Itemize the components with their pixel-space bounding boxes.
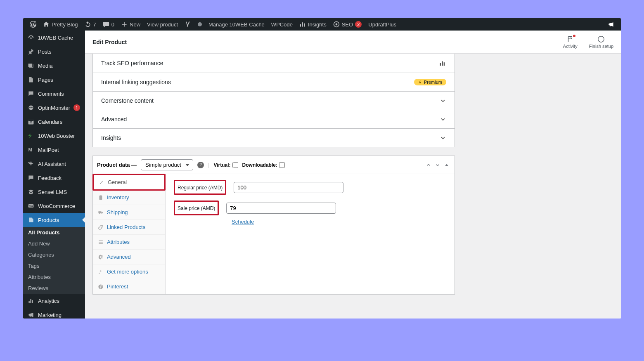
sidebar-item-label: Marketing	[38, 312, 62, 318]
sidebar-item-ai-assistant[interactable]: AI Assistant	[23, 157, 85, 171]
plus-icon	[121, 21, 128, 28]
clipboard-icon	[98, 195, 104, 201]
wrench-icon	[99, 179, 104, 185]
tab-shipping[interactable]: Shipping	[93, 205, 165, 220]
sidebar-item-optinmonster[interactable]: OptinMonster 1	[23, 101, 85, 115]
tab-advanced[interactable]: Advanced	[93, 250, 165, 264]
media-icon	[27, 62, 35, 69]
tab-linked-products[interactable]: Linked Products	[93, 220, 165, 235]
manage-cache-link[interactable]: Manage 10WEB Cache	[205, 18, 268, 31]
finish-setup-button[interactable]: Finish setup	[589, 35, 613, 49]
sidebar-sub-all-products[interactable]: All Products	[23, 227, 85, 238]
manage-cache-label: Manage 10WEB Cache	[208, 21, 265, 28]
updates-link[interactable]: 7	[81, 18, 99, 31]
view-product-link[interactable]: View product	[144, 18, 181, 31]
tab-inventory[interactable]: Inventory	[93, 190, 165, 205]
downloadable-checkbox-label[interactable]: Downloadable:	[242, 162, 285, 168]
sidebar-item-pages[interactable]: Pages	[23, 73, 85, 87]
svg-point-27	[102, 213, 102, 214]
svg-point-18	[598, 36, 604, 42]
sidebar-item-products[interactable]: Products	[23, 213, 85, 227]
product-data-title: Product data —	[97, 162, 137, 168]
regular-price-input[interactable]	[234, 182, 343, 193]
comments-link[interactable]: 0	[99, 18, 118, 31]
panel-toggle-icon[interactable]	[443, 161, 450, 169]
sidebar-sub-attributes[interactable]: Attributes	[23, 271, 85, 283]
sidebar-sub-tags[interactable]: Tags	[23, 260, 85, 271]
downloadable-checkbox[interactable]	[279, 162, 285, 168]
svg-rect-30	[99, 243, 103, 243]
seo-row-advanced[interactable]: Advanced	[93, 110, 455, 129]
seo-row-track-performance[interactable]: Track SEO performance	[93, 54, 455, 73]
new-content-link[interactable]: New	[118, 18, 144, 31]
finish-setup-label: Finish setup	[589, 44, 613, 49]
activity-button[interactable]: Activity	[563, 35, 578, 49]
svg-text:M: M	[28, 147, 32, 152]
wpcode-link[interactable]: WPCode	[268, 18, 296, 31]
new-label: New	[130, 21, 140, 28]
sidebar-item-media[interactable]: Media	[23, 59, 85, 73]
seo-link[interactable]: SEO 2	[330, 18, 365, 31]
svg-rect-24	[100, 195, 102, 196]
sidebar-item-label: Comments	[38, 91, 64, 97]
tab-label: General	[108, 179, 127, 185]
virtual-checkbox[interactable]	[232, 162, 238, 168]
svg-rect-29	[99, 242, 103, 242]
sidebar-badge: 1	[73, 104, 80, 111]
svg-rect-25	[98, 211, 101, 213]
sidebar-sub-reviews[interactable]: Reviews	[23, 283, 85, 294]
product-type-select[interactable]: Simple product	[141, 159, 193, 170]
notifications-link[interactable]	[604, 18, 618, 31]
tab-label: Get more options	[107, 269, 148, 275]
sidebar-sub-add-new[interactable]: Add New	[23, 238, 85, 249]
product-data-content: Regular price (AMD) Sale price (AMD)	[166, 174, 455, 294]
sidebar-item-posts[interactable]: Posts	[23, 45, 85, 59]
page-title: Edit Product	[92, 39, 127, 45]
premium-label: Premium	[424, 80, 442, 85]
seo-row-insights[interactable]: Insights	[93, 129, 455, 147]
speedometer-icon	[27, 34, 35, 41]
sidebar-item-label: Products	[38, 217, 59, 223]
sidebar-item-marketing[interactable]: Marketing	[23, 308, 85, 319]
sidebar-item-feedback[interactable]: Feedback	[23, 171, 85, 185]
seo-row-internal-linking[interactable]: Internal linking suggestions Premium	[93, 73, 455, 92]
tab-get-more-options[interactable]: Get more options	[93, 264, 165, 279]
sidebar-item-sensei[interactable]: Sensei LMS	[23, 185, 85, 199]
help-icon[interactable]: ?	[197, 162, 204, 168]
svg-rect-20	[442, 61, 443, 66]
updraft-link[interactable]: UpdraftPlus	[365, 18, 400, 31]
sidebar-item-analytics[interactable]: Analytics	[23, 294, 85, 308]
woo-icon: woo	[27, 202, 35, 210]
schedule-link[interactable]: Schedule	[232, 219, 254, 225]
home-icon	[43, 21, 50, 28]
sidebar-item-comments[interactable]: Comments	[23, 87, 85, 101]
sidebar-item-10web-cache[interactable]: 10WEB Cache	[23, 31, 85, 45]
tab-general[interactable]: General	[92, 174, 166, 191]
sidebar-item-mailpoet[interactable]: M MailPoet	[23, 143, 85, 157]
virtual-checkbox-label[interactable]: Virtual:	[213, 162, 238, 168]
view-product-label: View product	[147, 21, 178, 28]
panel-up-icon[interactable]	[425, 161, 432, 169]
sidebar-sub-categories[interactable]: Categories	[23, 249, 85, 260]
sidebar-item-woocommerce[interactable]: woo WooCommerce	[23, 199, 85, 213]
sidebar-item-10web-booster[interactable]: 10Web Booster	[23, 129, 85, 143]
sale-price-label: Sale price (AMD)	[178, 205, 215, 211]
site-name-link[interactable]: Pretty Blog	[40, 18, 81, 31]
insights-link[interactable]: Insights	[296, 18, 330, 31]
updates-count: 7	[93, 21, 96, 28]
sale-price-input[interactable]	[226, 203, 336, 214]
sidebar-item-calendars[interactable]: 31 Calendars	[23, 115, 85, 129]
comment-icon	[103, 21, 109, 28]
wordpress-icon	[30, 21, 36, 28]
status-dot-item[interactable]	[194, 18, 205, 31]
mailpoet-icon: M	[27, 146, 35, 153]
yoast-bar-item[interactable]	[181, 18, 194, 31]
wp-logo[interactable]	[26, 18, 40, 31]
tab-attributes[interactable]: Attributes	[93, 235, 165, 250]
tab-pinterest[interactable]: Pinterest	[93, 279, 165, 294]
booster-icon	[27, 132, 35, 139]
list-icon	[98, 239, 104, 245]
sidebar-item-label: Calendars	[38, 119, 62, 125]
seo-row-cornerstone[interactable]: Cornerstone content	[93, 92, 455, 110]
panel-down-icon[interactable]	[434, 161, 441, 169]
